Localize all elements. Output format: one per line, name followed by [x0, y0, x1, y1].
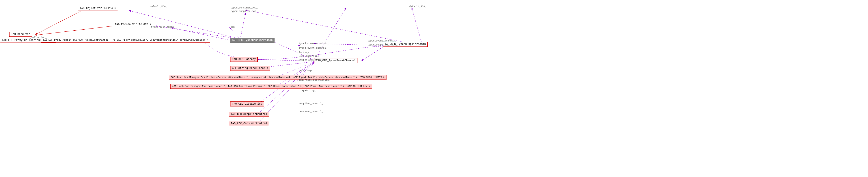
svg-line-1	[36, 26, 114, 35]
label-supplier-control: supplier_control_	[299, 102, 323, 105]
node-tao-pseudo-var: TAO_Pseudo_Var_T< ORB >	[113, 22, 153, 27]
node-tao-esf-proxy-admin: TAO_ESF_Proxy_Admin< TAO_CEC_TypedEventC…	[41, 38, 210, 42]
label-orb: orb_	[230, 26, 236, 29]
node-label-ace-string-base: ACE_String_Base< char >	[232, 67, 269, 70]
node-tao-cec-typed-consumer-admin: TAO_CEC_TypedConsumerAdmin	[230, 38, 275, 43]
node-tao-cec-supplier-control: TAO_CEC_SupplierControl	[229, 112, 269, 117]
node-label-tao-cec-dispatching: TAO_CEC_Dispatching	[232, 102, 262, 106]
node-ace-hash-map-2: ACE_Hash_Map_Manager_Ex< const char *, T…	[170, 84, 372, 89]
label-typed-push-admin: typed_push_admin_	[151, 26, 175, 29]
node-ace-hash-map-1: ACE_Hash_Map_Manager_Ex< PortableServer:…	[169, 75, 386, 80]
svg-line-22	[412, 8, 423, 46]
label-interface-description: interface_description_	[299, 79, 330, 81]
label-typed-event-channel-mid: typed_event_channel_	[299, 47, 327, 50]
node-label-tao-esf-proxy-admin: TAO_ESF_Proxy_Admin< TAO_CEC_TypedEventC…	[43, 39, 208, 41]
node-label-tao-objref-var: TAO_Objref_Var_T< POA >	[80, 7, 116, 10]
node-label-tao-cec-consumer-control: TAO_CEC_ConsumerControl	[231, 122, 267, 125]
svg-line-20	[240, 13, 246, 39]
node-ace-string-base: ACE_String_Base< char >	[230, 66, 270, 71]
label-typed-supplier-pos: typed_supplier_pos_	[230, 10, 258, 13]
svg-line-19	[230, 28, 240, 39]
node-label-tao-cec-typed-consumer-admin: TAO_CEC_TypedConsumerAdmin	[231, 39, 273, 42]
label-consumer-control: consumer_control_	[299, 111, 323, 113]
node-tao-base-var: TAO_Base_var	[9, 32, 32, 37]
node-tao-objref-var: TAO_Objref_Var_T< POA >	[78, 6, 118, 11]
label-factory: factory_	[299, 51, 310, 54]
node-label-ace-hash-map-2: ACE_Hash_Map_Manager_Ex< const char *, T…	[172, 85, 370, 88]
svg-line-15	[362, 47, 383, 61]
node-label-tao-pseudo-var: TAO_Pseudo_Var_T< ORB >	[115, 23, 151, 26]
svg-line-0	[36, 10, 82, 34]
diagram-container: TAO_Base_var TAO_Objref_Var_T< POA > TAO…	[0, 0, 868, 177]
node-label-tao-cec-factory: TAO_CEC_Factory	[232, 58, 256, 61]
node-label-ace-hash-map-1: ACE_Hash_Map_Manager_Ex< PortableServer:…	[171, 76, 384, 79]
label-typed-supplier-admin-right: typed_supplier_admin_	[368, 43, 397, 46]
label-default-poa-far-right: default_POA_	[409, 5, 426, 8]
label-typed-event-channel-right: typed_event_channel_	[368, 40, 396, 42]
label-typed-consumer-admin: typed_consumer_admin_	[299, 42, 329, 45]
node-tao-cec-consumer-control: TAO_CEC_ConsumerControl	[229, 121, 269, 126]
node-tao-cec-dispatching: TAO_CEC_Dispatching	[230, 101, 264, 107]
node-label-tao-base-var: TAO_Base_var	[11, 33, 30, 36]
label-supported-interface: supported_interface_	[299, 59, 327, 61]
label-collection: _collection_	[30, 36, 47, 39]
label-uses-interface: uses_interface_	[299, 55, 320, 58]
label-default-poa-top-center: default_POA_	[150, 5, 167, 8]
svg-line-21	[314, 8, 346, 60]
node-tao-cec-factory: TAO_CEC_Factory	[230, 57, 258, 62]
node-label-tao-cec-supplier-control: TAO_CEC_SupplierControl	[231, 113, 267, 116]
label-dispatching: dispatching_	[299, 89, 316, 92]
label-typed-consumer-pos: typed_consumer_pos_	[230, 7, 258, 9]
label-retry-map: retry_map_	[299, 69, 313, 72]
svg-line-10	[275, 62, 314, 87]
